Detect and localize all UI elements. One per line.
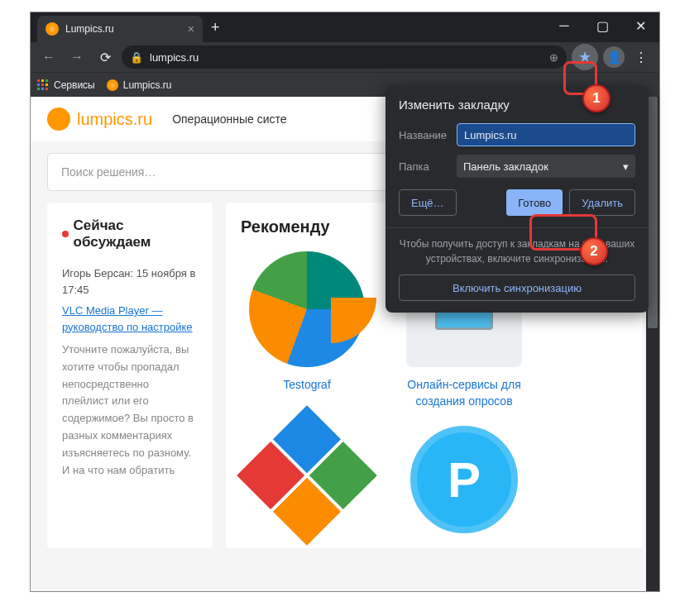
card-p[interactable] [398,426,530,533]
p-logo-icon [410,426,518,533]
toolbar: ← → ⟳ 🔒 lumpics.ru ⊕ ★ 👤 ⋮ [31,42,659,72]
bookmark-star-button[interactable]: ★ [572,44,598,70]
logo-text: lumpics.ru [77,110,152,129]
scroll-thumb[interactable] [648,97,658,328]
search-omnibox-icon[interactable]: ⊕ [549,51,558,64]
profile-avatar[interactable]: 👤 [603,46,625,68]
tiles-icon [237,405,377,546]
pie-chart-icon [249,251,365,367]
card-label: Testograf [241,377,373,394]
edit-bookmark-popup: Изменить закладку Название Папка Панель … [385,86,649,313]
window-controls: ─ ▢ ✕ [545,12,659,39]
apps-shortcut[interactable]: Сервисы [37,79,95,91]
card-tiles[interactable] [241,426,373,533]
favicon-icon [45,22,59,36]
maximize-icon[interactable]: ▢ [583,12,621,39]
name-label: Название [399,129,448,141]
done-button[interactable]: Готово [506,189,563,216]
logo-icon [47,107,70,131]
titlebar: Lumpics.ru × + ─ ▢ ✕ [31,12,659,42]
live-dot-icon [62,231,69,237]
close-icon[interactable]: ✕ [621,12,659,39]
favicon-icon [107,79,118,91]
apps-label: Сервисы [54,79,95,91]
card-label: Онлайн-сервисы для создания опросов [398,377,530,409]
folder-select[interactable]: Панель закладок ▾ [457,155,635,178]
back-button[interactable]: ← [37,45,60,69]
new-tab-button[interactable]: + [203,19,228,36]
nav-link-os[interactable]: Операционные систе [172,112,287,126]
annotation-callout-1: 1 [582,84,611,112]
sidebar-discussion: Сейчас обсуждаем Игорь Берсан: 15 ноября… [47,203,213,548]
minimize-icon[interactable]: ─ [545,12,583,39]
apps-grid-icon [37,79,49,91]
address-bar[interactable]: 🔒 lumpics.ru ⊕ [122,45,567,69]
bookmark-item-lumpics[interactable]: Lumpics.ru [107,79,172,91]
star-icon: ★ [578,48,591,66]
comment-link[interactable]: VLC Media Player — руководство по настро… [62,303,198,335]
card-testograf[interactable]: Testograf [241,251,373,409]
annotation-callout-2: 2 [580,237,608,265]
forward-button: → [65,45,89,69]
folder-value: Панель закладок [463,160,548,173]
folder-label: Папка [399,160,448,173]
more-button[interactable]: Ещё… [399,189,457,216]
browser-tab[interactable]: Lumpics.ru × [37,16,203,42]
bookmark-name-input[interactable] [457,123,635,146]
close-tab-icon[interactable]: × [188,22,194,36]
comment-meta: Игорь Берсан: 15 ноября в 17:45 [62,265,198,298]
tab-title: Lumpics.ru [65,23,181,35]
site-logo[interactable]: lumpics.ru [47,107,152,131]
bookmark-label: Lumpics.ru [123,79,172,91]
enable-sync-button[interactable]: Включить синхронизацию [399,275,635,301]
chevron-down-icon: ▾ [623,160,629,173]
lock-icon: 🔒 [130,51,143,64]
delete-button[interactable]: Удалить [569,189,635,216]
sidebar-heading: Сейчас обсуждаем [62,217,198,251]
url-text: lumpics.ru [150,51,543,64]
card-row [241,426,628,533]
reload-button[interactable]: ⟳ [93,45,117,69]
divider [385,227,649,228]
menu-button[interactable]: ⋮ [630,45,653,69]
comment-body: Уточните пожалуйста, вы хотите чтобы про… [62,341,198,479]
